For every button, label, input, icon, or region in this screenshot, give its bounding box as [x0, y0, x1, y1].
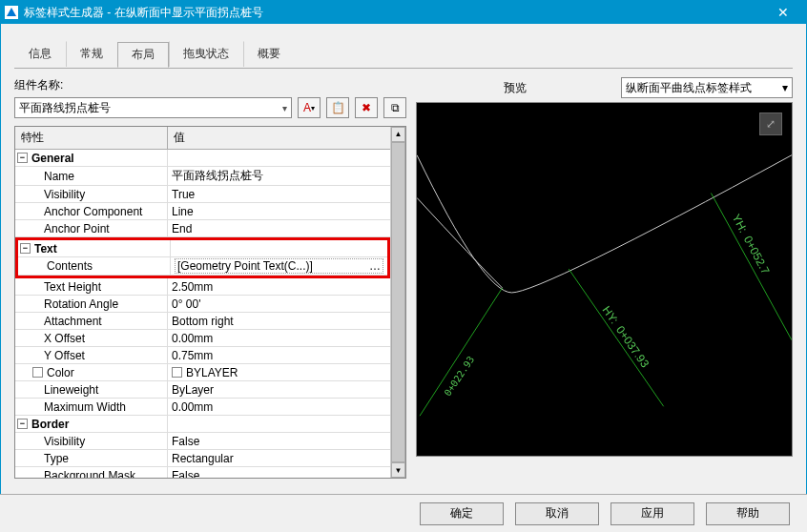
anno-right: 0+052.7	[741, 234, 773, 276]
scroll-down-icon[interactable]: ▼	[391, 462, 405, 478]
column-header-value: 值	[168, 127, 390, 149]
apply-button[interactable]: 应用	[610, 502, 694, 525]
prop-x-offset[interactable]: X Offset0.00mm	[15, 330, 390, 347]
prop-max-width[interactable]: Maximum Width0.00mm	[15, 399, 390, 416]
component-name-label: 组件名称:	[14, 77, 406, 93]
tab-info[interactable]: 信息	[14, 41, 66, 67]
prop-lineweight[interactable]: LineweightByLayer	[15, 381, 390, 399]
anno-mid: 0+037.93	[613, 323, 652, 370]
prop-visibility[interactable]: VisibilityTrue	[15, 186, 390, 203]
close-icon[interactable]: ✕	[764, 5, 802, 20]
cancel-button[interactable]: 取消	[515, 502, 599, 525]
ellipsis-button[interactable]: …	[369, 259, 381, 273]
prop-contents[interactable]: Contents [Geometry Point Text(C...)] …	[18, 257, 387, 276]
tab-general[interactable]: 常规	[66, 41, 117, 67]
prop-border-type[interactable]: TypeRectangular	[15, 450, 390, 467]
ok-button[interactable]: 确定	[420, 502, 504, 525]
prop-background-mask[interactable]: Background MaskFalse	[15, 467, 390, 478]
prop-attachment[interactable]: AttachmentBottom right	[15, 313, 390, 330]
pan-button[interactable]: ⤢	[759, 113, 782, 135]
add-component-button[interactable]: A▾	[298, 97, 321, 118]
svg-text:HY: 0+037.93: HY: 0+037.93	[600, 304, 652, 371]
property-scrollbar[interactable]: ▲ ▼	[390, 127, 405, 478]
chevron-down-icon: ▾	[782, 81, 788, 94]
group-text[interactable]: −Text	[18, 240, 387, 257]
tab-layout[interactable]: 布局	[117, 42, 169, 68]
window-title: 标签样式生成器 - 在纵断面中显示平面拐点桩号	[24, 5, 764, 21]
svg-marker-0	[7, 8, 16, 16]
component-select[interactable]: 平面路线拐点桩号 ▾	[14, 97, 292, 118]
dialog-footer: 确定 取消 应用 帮助	[0, 494, 807, 532]
copy-component-button[interactable]: 📋	[326, 97, 349, 118]
property-grid: 特性 值 −General Name平面路线拐点桩号 VisibilityTru…	[14, 126, 406, 479]
tabstrip: 信息 常规 布局 拖曳状态 概要	[1, 24, 806, 67]
prop-anchor-point[interactable]: Anchor PointEnd	[15, 220, 390, 237]
prop-anchor-component[interactable]: Anchor ComponentLine	[15, 203, 390, 220]
titlebar: 标签样式生成器 - 在纵断面中显示平面拐点桩号 ✕	[1, 1, 806, 24]
prop-text-height[interactable]: Text Height2.50mm	[15, 278, 390, 296]
preview-canvas[interactable]: 0+022.93 HY: 0+037.93 YH: 0+052.7 ⤢	[416, 102, 793, 457]
prop-rotation-angle[interactable]: Rotation Angle0° 00'	[15, 296, 390, 313]
preview-style-select[interactable]: 纵断面平曲线点标签样式 ▾	[621, 77, 793, 98]
color-swatch	[172, 367, 182, 378]
component-select-value: 平面路线拐点桩号	[19, 100, 111, 116]
column-header-property: 特性	[15, 127, 168, 149]
tab-summary[interactable]: 概要	[243, 41, 295, 67]
tab-dragstate[interactable]: 拖曳状态	[169, 41, 243, 67]
scroll-thumb[interactable]	[391, 142, 405, 462]
collapse-icon[interactable]: −	[17, 153, 28, 163]
scroll-up-icon[interactable]: ▲	[391, 127, 405, 142]
delete-component-button[interactable]: ✖	[355, 97, 378, 118]
anno-left: 0+022.93	[442, 355, 476, 399]
app-icon	[5, 6, 18, 19]
collapse-icon[interactable]: −	[20, 243, 31, 254]
group-general[interactable]: −General	[15, 150, 390, 167]
reorder-component-button[interactable]: ⧉	[383, 97, 406, 118]
anno-mid-prefix: HY:	[600, 304, 621, 327]
prop-name[interactable]: Name平面路线拐点桩号	[15, 167, 390, 186]
chevron-down-icon: ▾	[282, 103, 287, 113]
contents-editor[interactable]: [Geometry Point Text(C...)] …	[175, 258, 383, 274]
svg-text:YH: 0+052.7: YH: 0+052.7	[730, 212, 773, 276]
prop-border-visibility[interactable]: VisibilityFalse	[15, 433, 390, 450]
collapse-icon[interactable]: −	[17, 419, 28, 429]
prop-y-offset[interactable]: Y Offset0.75mm	[15, 347, 390, 364]
prop-color[interactable]: Color BYLAYER	[15, 364, 390, 381]
color-checkbox[interactable]	[32, 367, 43, 378]
help-button[interactable]: 帮助	[706, 502, 790, 525]
group-border[interactable]: −Border	[15, 416, 390, 433]
preview-label: 预览	[416, 80, 613, 96]
